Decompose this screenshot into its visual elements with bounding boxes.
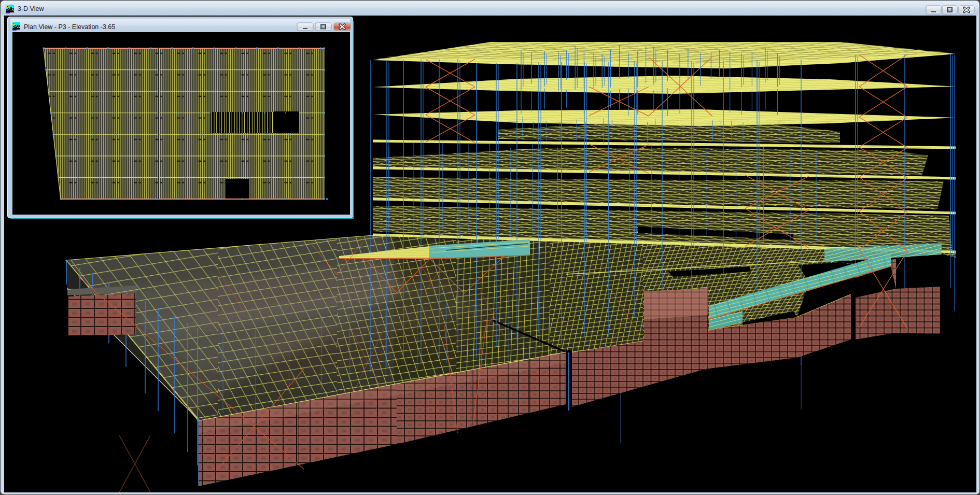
svg-text:3-D View: 3-D View: [18, 5, 44, 12]
svg-text:Plan View - P3 - Elevation -3.: Plan View - P3 - Elevation -3.65: [24, 23, 115, 31]
